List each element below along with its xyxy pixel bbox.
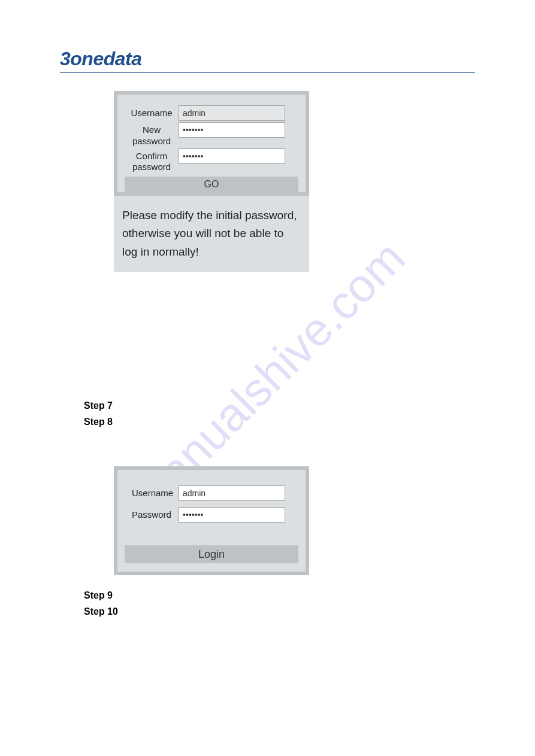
login-button[interactable]: Login <box>125 545 298 563</box>
new-password-input[interactable] <box>179 122 285 138</box>
brand-logo: 3onedata <box>60 48 475 70</box>
username-label: Username <box>125 105 179 119</box>
login-username-label: Username <box>125 485 179 499</box>
step-9: Step 9 <box>84 587 475 603</box>
confirm-password-input[interactable] <box>179 148 285 164</box>
new-password-label: New password <box>125 122 179 147</box>
go-button[interactable]: GO <box>125 177 298 192</box>
username-input <box>179 105 285 121</box>
login-username-row: Username <box>125 485 298 501</box>
steps-lower: Step 9 Step 10 <box>84 587 475 620</box>
modify-password-panel: Username New password Confirm password G… <box>114 91 309 196</box>
steps-upper: Step 7 Step 8 <box>84 397 475 430</box>
new-password-row: New password <box>125 122 298 147</box>
warning-message: Please modify the initial password, othe… <box>114 196 309 272</box>
step-7: Step 7 <box>84 397 475 414</box>
step-10: Step 10 <box>84 603 475 620</box>
login-username-input[interactable] <box>179 485 285 501</box>
confirm-password-label: Confirm password <box>125 148 179 174</box>
login-password-row: Password <box>125 507 298 523</box>
login-password-label: Password <box>125 507 179 521</box>
step-8: Step 8 <box>84 414 475 430</box>
header-divider <box>60 72 475 73</box>
confirm-password-row: Confirm password <box>125 148 298 174</box>
username-row: Username <box>125 105 298 121</box>
login-panel: Username Password Login <box>114 466 309 575</box>
login-password-input[interactable] <box>179 507 285 523</box>
